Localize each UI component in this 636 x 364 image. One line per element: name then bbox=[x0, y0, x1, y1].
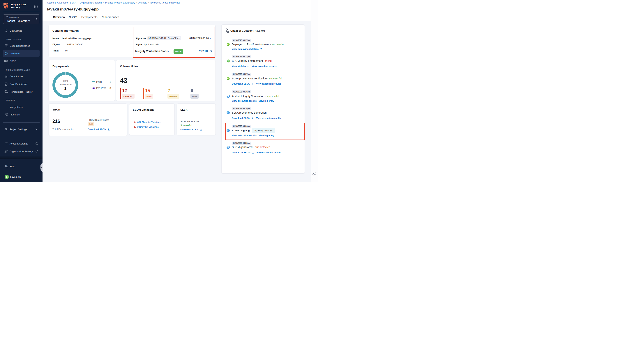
svg-text:∞: ∞ bbox=[227, 59, 229, 62]
svg-text:∞: ∞ bbox=[227, 77, 229, 80]
svg-text:∞: ∞ bbox=[227, 43, 229, 46]
svg-text:?: ? bbox=[6, 165, 7, 166]
